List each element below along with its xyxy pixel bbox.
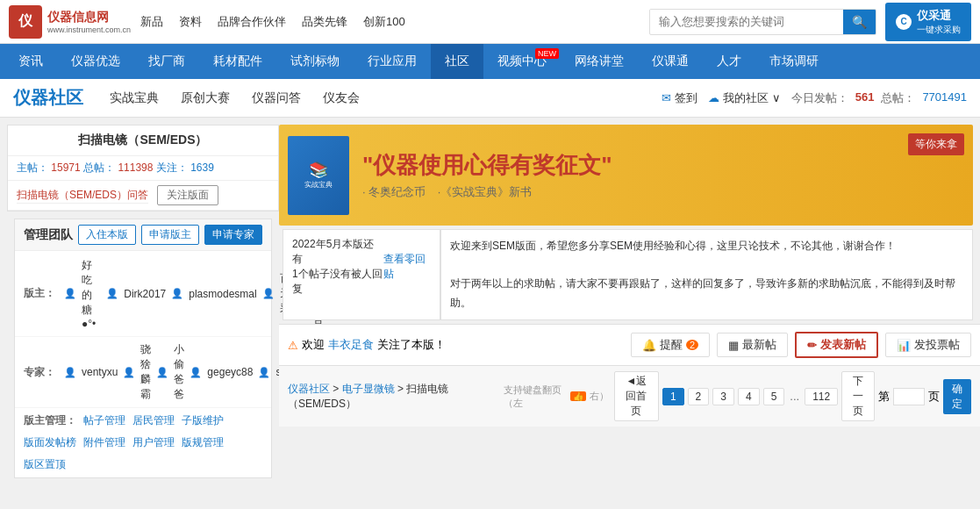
nav-item-research[interactable]: 市场调研 [755,44,833,79]
top-nav-item-4[interactable]: 品类先锋 [302,14,347,30]
nav-item-news[interactable]: 资讯 [4,44,57,79]
management-buttons: 入住本版 申请版主 申请专家 [78,225,262,245]
chart-icon: 📊 [897,339,911,352]
my-community-button[interactable]: ☁ 我的社区 ∨ [708,90,781,106]
nav-item-video[interactable]: 视频中心 NEW [483,44,561,79]
follow-count-link[interactable]: 1639 [190,161,214,174]
breadcrumb-community[interactable]: 仪器社区 [288,383,330,395]
banner-book-image: 📚 实战宝典 [288,136,349,215]
zero-reply-link[interactable]: 查看零回贴 [383,252,431,282]
page-button-1[interactable]: 1 [662,388,684,405]
top-nav-item-5[interactable]: 创新100 [363,14,405,30]
breadcrumb-sep1: > [333,383,341,395]
banner-subtitle1: · 冬奥纪念币 ·《实战宝典》新书 [362,184,612,200]
apply-mod-button[interactable]: 申请版主 [141,225,199,245]
yicai-label: 仪采通 [917,8,961,24]
breadcrumb-em[interactable]: 电子显微镜 [342,383,395,395]
breadcrumb-sep2: > [397,383,406,395]
nav-item-talent[interactable]: 人才 [703,44,755,79]
banner-tag: 等你来拿 [908,133,964,155]
zero-reply-header: 2022年5月本版还有1个帖子没有被人回复 查看零回贴 [292,237,431,297]
community-nav-item-3[interactable]: 仪器问答 [252,90,301,106]
nav-item-lecture[interactable]: 网络讲堂 [561,44,638,79]
page-button-5[interactable]: 5 [763,388,785,405]
moderator-2[interactable]: Dirk2017 [124,288,166,300]
today-post-count: 561 [855,90,875,106]
nav-item-consumables[interactable]: 耗材配件 [199,44,276,79]
banner-title: "仪器使用心得有奖征文" [362,150,612,181]
manage-link-top[interactable]: 版区置顶 [24,457,66,472]
banner-text: "仪器使用心得有奖征文" · 冬奥纪念币 ·《实战宝典》新书 [362,150,612,200]
nav-item-supplier[interactable]: 找厂商 [134,44,199,79]
main-post-count-link[interactable]: 15971 [51,161,80,174]
top-nav-item-2[interactable]: 资料 [179,14,202,30]
welcome-user[interactable]: 丰衣足食 [328,337,374,353]
manage-link-ranking[interactable]: 版面发帖榜 [24,435,76,450]
nav-item-reagent[interactable]: 试剂标物 [276,44,354,79]
moderator-label: 版主： [24,286,59,301]
manage-link-residents[interactable]: 居民管理 [132,413,175,428]
expert-4[interactable]: gegeyc88 [207,366,253,378]
page-number-input[interactable] [893,388,925,405]
page-button-3[interactable]: 3 [712,388,734,405]
welcome-suffix: 关注了本版！ [377,337,446,353]
last-page-button[interactable]: 112 [805,388,838,405]
nav-item-industry[interactable]: 行业应用 [354,44,431,79]
logo-icon: 仪 [9,5,42,39]
manage-link-attachments[interactable]: 附件管理 [83,435,125,450]
main-nav: 资讯 仪器优选 找厂商 耗材配件 试剂标物 行业应用 社区 视频中心 NEW 网… [0,44,980,79]
manage-link-users[interactable]: 用户管理 [132,435,175,450]
management-links-row: 版主管理： 帖子管理 居民管理 子版维护 版面发帖榜 附件管理 用户管理 版规管… [15,408,271,477]
follow-button[interactable]: 关注版面 [157,185,218,205]
nav-item-community[interactable]: 社区 [431,44,483,79]
manage-link-subforum[interactable]: 子版维护 [182,413,224,428]
banner: 📚 实战宝典 "仪器使用心得有奖征文" · 冬奥纪念币 ·《实战宝典》新书 等你… [279,125,973,226]
total-post-count-link[interactable]: 111398 [118,161,153,174]
latest-posts-button[interactable]: ▦ 最新帖 [717,333,788,357]
expert-3[interactable]: 小偷爸爸 [174,342,184,402]
moderator-1[interactable]: 好吃的糖●°• [82,258,96,330]
yicai-sub: 一键求采购 [917,24,961,36]
nav-item-selection[interactable]: 仪器优选 [57,44,134,79]
page-button-2[interactable]: 2 [688,388,710,405]
sign-label: 签到 [675,90,697,106]
moderator-3[interactable]: plasmodesmal [189,288,256,300]
manage-link-posts[interactable]: 帖子管理 [83,413,125,428]
management-header: 管理团队 入住本版 申请版主 申请专家 [15,219,271,251]
forum-title-text: 扫描电镜（SEM/EDS） [17,133,269,148]
community-nav-item-2[interactable]: 原创大赛 [181,90,230,106]
community-title: 仪器社区 [13,86,83,110]
next-page-button[interactable]: 下一页 [841,371,875,421]
banner-left: 📚 实战宝典 [288,136,349,215]
search-button[interactable]: 🔍 [843,10,876,34]
yicai-button[interactable]: C 仪采通 一键求采购 [885,3,971,41]
join-button[interactable]: 入住本版 [78,225,136,245]
sign-in-button[interactable]: ✉ 签到 [662,90,697,106]
vote-post-button[interactable]: 📊 发投票帖 [885,333,971,357]
content-area: 扫描电镜（SEM/EDS） 主帖： 15971 总帖： 111398 关注： 1… [0,118,980,485]
alert-button[interactable]: 🔔 提醒 2 [631,333,710,357]
go-to-page-button[interactable]: 确定 [943,379,971,414]
expert-2[interactable]: 骁猞麟霸 [140,342,151,402]
nav-item-yiketong[interactable]: 仪课通 [638,44,703,79]
community-nav-item-1[interactable]: 实战宝典 [110,90,159,106]
forum-stats: 主帖： 15971 总帖： 111398 关注： 1639 [8,156,278,181]
apply-expert-button[interactable]: 申请专家 [204,225,262,245]
top-nav-item-1[interactable]: 新品 [140,14,163,30]
yicai-icon: C [896,14,912,30]
community-nav-item-4[interactable]: 仪友会 [323,90,360,106]
page-button-4[interactable]: 4 [738,388,760,405]
top-nav-item-3[interactable]: 品牌合作伙伴 [218,14,286,30]
new-post-button[interactable]: ✏ 发表新帖 [795,332,878,358]
expert-1[interactable]: ventyxu [82,366,118,378]
search-input[interactable] [650,10,843,33]
yicai-text: 仪采通 一键求采购 [917,8,961,36]
logo-text: 仪器信息网 www.instrument.com.cn [47,10,131,34]
manage-link-rules[interactable]: 版规管理 [182,435,224,450]
forum-question-link[interactable]: 扫描电镜（SEM/EDS）问答 [17,188,148,204]
table-icon: ▦ [728,339,739,352]
page-ellipsis: ... [788,390,801,403]
total-post-count[interactable]: 7701491 [922,90,967,106]
back-first-button[interactable]: ◄返回首页 [614,371,659,421]
management-section: 管理团队 入住本版 申请版主 申请专家 版主： 👤 好吃的糖●°• 👤 Dirk… [14,219,272,478]
